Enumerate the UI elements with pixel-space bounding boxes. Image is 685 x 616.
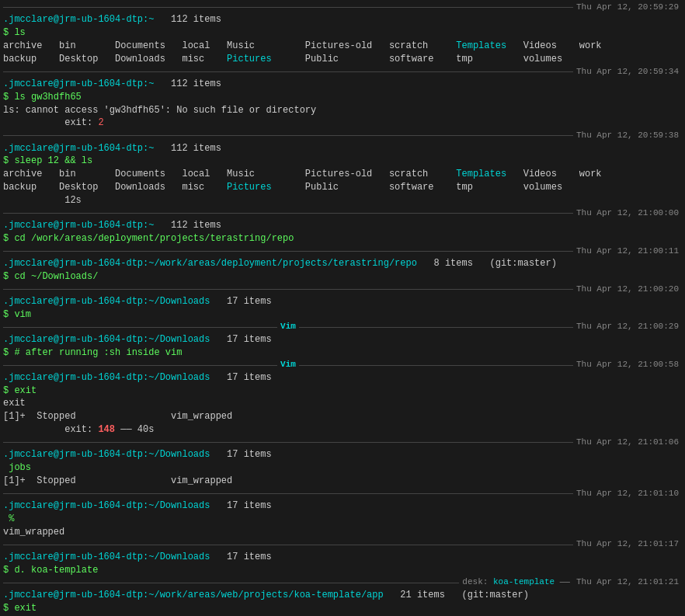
exit-148-line: exit: 148 —— 40s — [3, 423, 682, 437]
sleep-timer: 12s — [3, 194, 682, 207]
ls-output-2b: backup Desktop Downloads misc Pictures P… — [3, 181, 682, 194]
fg-output-1: vim_wrapped — [3, 526, 682, 539]
cmd-line-3: $ sleep 12 && ls — [3, 155, 682, 168]
prompt-line-3: .jmcclare@jrm-ub-1604-dtp:~ 112 items — [3, 142, 682, 155]
separator-1: Thu Apr 12, 20:59:29 — [3, 2, 682, 13]
prompt-line-1: .jmcclare@jrm-ub-1604-dtp:~ 112 items — [3, 13, 682, 26]
cmd-line-11: $ d. koa-template — [3, 564, 682, 577]
prompt-line-2: .jmcclare@jrm-ub-1604-dtp:~ 112 items — [3, 78, 682, 91]
cmd-line-1: $ ls — [3, 26, 682, 40]
cmd-line-6: $ vim — [3, 308, 682, 322]
prompt-line-12: .jmcclare@jrm-ub-1604-dtp:~/work/areas/w… — [3, 589, 682, 602]
separator-11: Thu Apr 12, 21:01:17 — [3, 538, 682, 550]
prompt-line-7: .jmcclare@jrm-ub-1604-dtp:~/Downloads 17… — [3, 333, 682, 346]
prompt-line-9: .jmcclare@jrm-ub-1604-dtp:~/Downloads 17… — [3, 448, 682, 461]
cmd-line-12: $ exit — [3, 602, 682, 615]
cmd-line-8: $ exit — [3, 385, 682, 398]
exit-line-1: exit: 2 — [3, 117, 682, 130]
jobs-output-1: [1]+ Stopped vim_wrapped — [3, 475, 682, 488]
separator-9: Thu Apr 12, 21:01:06 — [3, 437, 682, 448]
prompt-line-8: .jmcclare@jrm-ub-1604-dtp:~/Downloads 17… — [3, 371, 682, 385]
separator-8: Vim Thu Apr 12, 21:00:58 — [3, 359, 682, 371]
ls-output-1a: archive bin Documents local Music Pictur… — [3, 40, 682, 53]
separator-4: Thu Apr 12, 21:00:00 — [3, 207, 682, 219]
separator-3: Thu Apr 12, 20:59:38 — [3, 130, 682, 141]
prompt-line-10: .jmcclare@jrm-ub-1604-dtp:~/Downloads 17… — [3, 499, 682, 513]
cmd-line-5: $ cd ~/Downloads/ — [3, 270, 682, 284]
prompt-line-5: .jmcclare@jrm-ub-1604-dtp:~/work/areas/d… — [3, 257, 682, 270]
separator-10: Thu Apr 12, 21:01:10 — [3, 488, 682, 499]
separator-5: Thu Apr 12, 21:00:11 — [3, 245, 682, 257]
cmd-line-10: % — [3, 513, 682, 526]
prompt-line-11: .jmcclare@jrm-ub-1604-dtp:~/Downloads 17… — [3, 551, 682, 564]
exit-output-1: exit — [3, 397, 682, 410]
separator-7: Vim Thu Apr 12, 21:00:29 — [3, 321, 682, 332]
prompt-line-4: .jmcclare@jrm-ub-1604-dtp:~ 112 items — [3, 219, 682, 232]
separator-6: Thu Apr 12, 21:00:20 — [3, 284, 682, 295]
separator-12: desk: koa-template —— Thu Apr 12, 21:01:… — [3, 576, 682, 588]
stopped-line-1: [1]+ Stopped vim_wrapped — [3, 410, 682, 423]
terminal-window: Thu Apr 12, 20:59:29 .jmcclare@jrm-ub-16… — [0, 0, 685, 616]
cmd-line-9: jobs — [3, 461, 682, 475]
ls-output-1b: backup Desktop Downloads misc Pictures P… — [3, 53, 682, 66]
cmd-line-7: $ # after running :sh inside vim — [3, 346, 682, 360]
cmd-line-4: $ cd /work/areas/deployment/projects/ter… — [3, 232, 682, 245]
prompt-line-6: .jmcclare@jrm-ub-1604-dtp:~/Downloads 17… — [3, 295, 682, 308]
error-line-1: ls: cannot access 'gw3hdfh65': No such f… — [3, 104, 682, 117]
ls-output-2a: archive bin Documents local Music Pictur… — [3, 168, 682, 181]
separator-2: Thu Apr 12, 20:59:34 — [3, 66, 682, 78]
cmd-line-2: $ ls gw3hdfh65 — [3, 91, 682, 104]
